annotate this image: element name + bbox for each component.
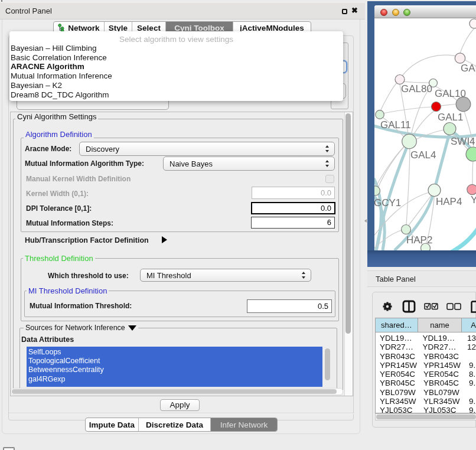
svg-text:GAL10: GAL10 xyxy=(435,88,466,99)
svg-text:GAL80: GAL80 xyxy=(401,83,432,94)
svg-text:SWI4: SWI4 xyxy=(451,136,475,147)
svg-text:HAP4: HAP4 xyxy=(436,196,462,207)
svg-text:GAL: GAL xyxy=(461,63,476,74)
svg-text:Y: Y xyxy=(471,194,476,206)
svg-text:GAL4: GAL4 xyxy=(410,149,436,161)
svg-text:HAP2: HAP2 xyxy=(406,234,432,246)
svg-text:GCY1: GCY1 xyxy=(374,197,401,208)
svg-text:GAL11: GAL11 xyxy=(380,119,411,131)
svg-text:GAL1: GAL1 xyxy=(438,112,463,123)
